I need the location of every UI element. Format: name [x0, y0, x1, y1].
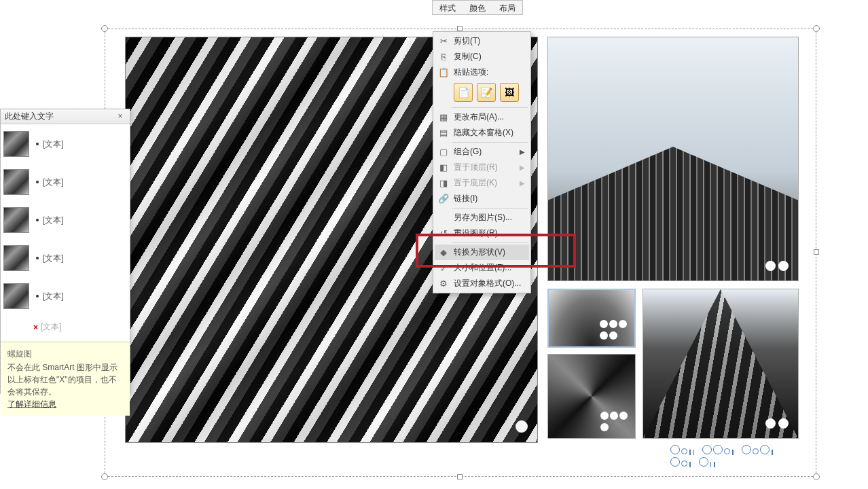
cut-icon: ✂ — [437, 35, 450, 48]
label: 置于顶层(R) — [454, 162, 520, 173]
resize-handle-tm[interactable] — [457, 26, 463, 31]
smartart-image-5[interactable] — [643, 289, 799, 439]
context-menu: ✂剪切(T) ⎘复制(C) 📋粘贴选项: 📄 📝 🖼 ▦更改布局(A)... ▤… — [433, 31, 531, 293]
mini-tab-color[interactable]: 颜色 — [463, 1, 492, 14]
thumb-icon — [3, 283, 29, 309]
group-icon: ▢ — [437, 146, 450, 158]
menu-link[interactable]: 🔗链接(I) — [435, 191, 529, 206]
layout-icon: ▦ — [437, 111, 450, 124]
text-pane-header[interactable]: 此处键入文字 × — [1, 109, 130, 124]
resize-handle-br[interactable] — [813, 473, 820, 480]
menu-change-layout[interactable]: ▦更改布局(A)... — [435, 109, 529, 125]
menu-cut[interactable]: ✂剪切(T) — [435, 33, 529, 49]
menu-reset-graphic[interactable]: ↺重设图形(R) — [435, 225, 529, 241]
decoration-dots — [765, 418, 789, 429]
footer-body: 不会在此 SmartArt 图形中显示以上标有红色"X"的项目，也不会将其保存。 — [7, 363, 117, 397]
decoration-dots — [765, 261, 789, 271]
footer-title: 螺旋图 — [7, 348, 123, 360]
decoration-dot — [516, 420, 528, 433]
thumb-icon — [3, 169, 29, 195]
menu-hide-text-pane[interactable]: ▤隐藏文本窗格(X) — [435, 125, 529, 141]
menu-copy[interactable]: ⎘复制(C) — [435, 49, 529, 65]
menu-bring-front: ◧置于顶层(R)▶ — [435, 160, 529, 175]
pane-icon: ▤ — [437, 127, 450, 139]
resize-handle-bl[interactable] — [101, 473, 108, 480]
smartart-image-3[interactable] — [547, 289, 636, 348]
text-pane-item[interactable]: [文本] — [3, 207, 127, 233]
thumb-icon — [3, 245, 29, 271]
mini-tab-layout[interactable]: 布局 — [492, 1, 522, 14]
bullet-icon — [36, 181, 39, 183]
separator — [452, 242, 528, 243]
resize-handle-tl[interactable] — [101, 25, 108, 32]
close-icon[interactable]: × — [115, 111, 126, 122]
text-pane-footer: 螺旋图 不会在此 SmartArt 图形中显示以上标有红色"X"的项目，也不会将… — [1, 342, 130, 416]
label: 隐藏文本窗格(X) — [454, 127, 525, 139]
text-pane-item[interactable]: [文本] — [3, 283, 127, 309]
separator — [452, 142, 528, 143]
text-pane-item[interactable]: [文本] — [3, 169, 127, 195]
label: 剪切(T) — [454, 35, 525, 47]
front-icon: ◧ — [437, 162, 450, 174]
menu-send-back: ◨置于底层(K)▶ — [435, 175, 529, 191]
label: 链接(I) — [454, 193, 525, 204]
label: 设置对象格式(O)... — [454, 278, 525, 289]
save-pic-icon — [437, 212, 450, 224]
label: 大小和位置(Z)... — [454, 262, 525, 274]
paste-option-3[interactable]: 🖼 — [500, 83, 519, 102]
label: 转换为形状(V) — [454, 247, 525, 258]
bullet-icon — [36, 219, 39, 221]
menu-group[interactable]: ▢组合(G)▶ — [435, 144, 529, 160]
link-icon: 🔗 — [437, 193, 450, 205]
reset-icon: ↺ — [437, 228, 450, 240]
back-icon: ◨ — [437, 177, 450, 189]
text-pane-body[interactable]: [文本] [文本] [文本] [文本] [文本] ×[文本] — [1, 124, 130, 342]
menu-format-object[interactable]: ⚙设置对象格式(O)... — [435, 276, 529, 291]
separator — [452, 107, 528, 108]
chevron-right-icon: ▶ — [520, 148, 525, 156]
chevron-right-icon: ▶ — [520, 179, 525, 187]
item-label: [文本] — [43, 177, 64, 188]
learn-more-link[interactable]: 了解详细信息 — [7, 399, 56, 409]
resize-handle-bm[interactable] — [457, 474, 463, 479]
convert-icon: ◆ — [437, 247, 450, 259]
resize-handle-mr[interactable] — [814, 249, 819, 255]
smartart-image-4[interactable] — [547, 354, 636, 439]
item-label: [文本] — [43, 215, 64, 226]
smartart-image-2[interactable] — [547, 37, 799, 281]
paste-option-2[interactable]: 📝 — [477, 83, 496, 102]
mini-tab-style[interactable]: 样式 — [433, 1, 463, 14]
item-label: [文本] — [41, 321, 62, 333]
resize-handle-tr[interactable] — [813, 25, 820, 32]
thumb-icon — [3, 131, 29, 157]
text-pane-item[interactable]: [文本] — [3, 131, 127, 157]
decoration-dots — [600, 411, 631, 434]
label: 另存为图片(S)... — [454, 212, 525, 223]
menu-convert-to-shape[interactable]: ◆转换为形状(V) — [435, 244, 529, 260]
menu-paste-options-header: 📋粘贴选项: — [435, 65, 529, 80]
label: 重设图形(R) — [454, 228, 525, 239]
text-pane-title: 此处键入文字 — [5, 111, 54, 122]
menu-size-position[interactable]: ⤢大小和位置(Z)... — [435, 260, 529, 276]
text-pane-item-disabled[interactable]: ×[文本] — [3, 321, 127, 333]
size-icon: ⤢ — [437, 262, 450, 274]
label: 粘贴选项: — [454, 67, 525, 78]
paste-options-row: 📄 📝 🖼 — [435, 80, 529, 106]
bullet-icon — [36, 295, 39, 297]
thumb-icon — [3, 207, 29, 233]
bullet-icon — [36, 257, 39, 259]
bullet-icon — [36, 143, 39, 145]
text-pane-item[interactable]: [文本] — [3, 245, 127, 271]
label: 复制(C) — [454, 51, 525, 62]
copy-icon: ⎘ — [437, 51, 450, 63]
item-label: [文本] — [43, 253, 64, 264]
paste-icon: 📋 — [437, 67, 450, 79]
smartart-text-pane: 此处键入文字 × [文本] [文本] [文本] [文本] [文本] ×[文本] … — [0, 109, 130, 394]
label: 组合(G) — [454, 146, 520, 158]
label: 置于底层(K) — [454, 177, 520, 189]
format-icon: ⚙ — [437, 278, 450, 290]
menu-save-as-picture[interactable]: 另存为图片(S)... — [435, 210, 529, 225]
item-label: [文本] — [43, 139, 64, 150]
mini-toolbar: 样式 颜色 布局 — [432, 0, 523, 15]
paste-option-1[interactable]: 📄 — [454, 83, 473, 102]
